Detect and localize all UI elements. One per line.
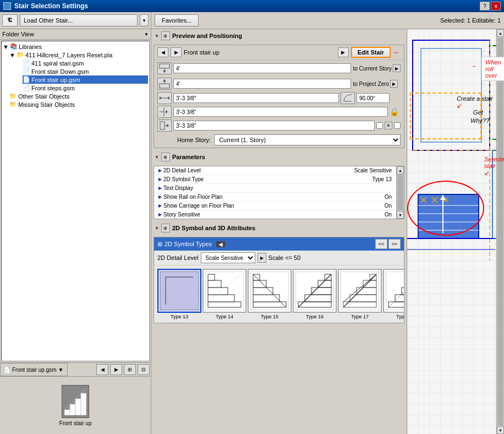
stair-type-14[interactable]: Type 14 [202,269,246,319]
symbol-prev-button[interactable]: << [375,239,387,249]
param-value-detail-level: Scale Sensitive [354,167,392,173]
selected-info: Selected: 1 Editable: 1 [440,17,501,24]
scroll-thumb[interactable] [397,175,403,210]
svg-rect-0 [64,410,70,415]
pos-icon-2 [157,78,172,90]
tree-item-missing-stair[interactable]: 📁 Missing Stair Objects [9,100,148,109]
scroll-up-btn[interactable]: ▲ [397,166,404,174]
tree-item-other-stair[interactable]: 📁 Other Stair Objects [9,92,148,100]
width-icon-2 [157,106,172,118]
front-up-label: Front stair up.gsm [31,77,80,83]
right-panel: Favorites... Selected: 1 Editable: 1 ▼ ⊞… [151,12,504,434]
width-icon-3 [157,120,172,132]
stair-prev-button[interactable]: ◀ [157,47,168,57]
detail-arrow-btn[interactable]: ▶ [258,253,266,263]
tree-item-411-folder[interactable]: ▼ 📁 411 Hillcrest_7 Layers Reset.pla [9,51,148,59]
params-scrollbar[interactable]: ▲ ▼ [396,166,404,219]
lock-icon[interactable]: 🔒 [390,107,401,116]
scroll-down-btn[interactable]: ▼ [397,211,404,219]
preview-tab[interactable]: 📄 Front stair up.gsm ▼ [0,363,68,376]
stair-type-16-img [293,269,337,313]
params-section-icon: ⊞ [161,153,170,161]
stair-type-18-label: Type 18 [396,314,404,319]
left-bottom-tabs: 📄 Front stair up.gsm ▼ ◀ ▶ ⊞ ⊟ [0,363,151,377]
load-other-stair-button[interactable]: Load Other Stair... [20,14,138,26]
preview-section-header[interactable]: ▼ ⊞ Preview and Positioning [151,29,407,42]
param-value-show-rail: On [385,194,392,200]
params-collapse-arrow: ▼ [155,155,159,160]
libraries-label: 📚 [10,43,18,50]
tab-arrow[interactable]: ▼ [58,367,64,373]
params-list: ▶ 2D Detail Level Scale Sensitive ▶ 2D S… [154,166,396,219]
canvas-scroll-up[interactable]: ▲ [497,29,504,37]
folder-label-411: 411 Hillcrest_7 Layers Reset.pla [25,52,112,58]
close-button[interactable]: ✕ [491,2,501,10]
preview-nav-btn-3[interactable]: ⊞ [124,364,136,375]
param-row-text-display: ▶ Text Display [154,184,396,193]
preview-positioning-panel: ◀ ▶ Front stair up ▶ Edit Stair ← [154,45,404,148]
parameters-section-header[interactable]: ▼ ⊞ Parameters [151,150,407,164]
svg-rect-30 [208,274,215,280]
param-value-symbol-type: Type 13 [372,176,392,182]
tree-item-front-up[interactable]: 📄 Front stair up.gsm [23,75,148,84]
svg-marker-10 [163,79,166,82]
settings-panel[interactable]: ▼ ⊞ Preview and Positioning ◀ ▶ Front st… [151,29,407,434]
symbol-section-panel: ⊞ 2D Symbol Types ◀ << >> 2D Detail Leve… [154,237,404,323]
to-current-story-input[interactable] [173,63,351,73]
load-arrow-button[interactable]: ▼ [140,14,149,26]
help-button[interactable]: ? [480,2,490,10]
stair-type-16[interactable]: Type 16 [293,269,337,319]
preview-nav-btn-1[interactable]: ◀ [96,364,108,375]
canvas-grid: When roll over → Create a stair ↙ [407,29,504,434]
preview-nav-btn-2[interactable]: ▶ [110,364,122,375]
angle-icon [341,92,355,104]
svg-rect-34 [253,295,280,302]
favorites-button[interactable]: Favorites... [155,14,199,26]
width-input-2[interactable] [173,107,388,117]
app-icon [3,2,11,10]
tree-item-front-down[interactable]: 📄 Front stair Down.gsm [23,67,148,75]
floor-plan-svg [407,29,504,434]
checkbox-icon-1[interactable]: ✕ [385,122,392,129]
symbol-types-indicator: ◀ [216,241,225,247]
canvas-scroll-thumb[interactable] [497,37,503,426]
tab-label: Front stair up.gsm [12,367,57,373]
checkbox-1[interactable] [376,122,383,129]
to-project-zero-input[interactable] [173,79,351,89]
svg-marker-7 [163,70,166,73]
tree-item-spiral[interactable]: 📄 411 spiral stari.gsm [23,59,148,67]
width-input-1[interactable] [173,93,339,103]
stair-play-button[interactable]: ▶ [338,47,349,57]
tree-panel[interactable]: ▼ 📚 Libraries ▼ 📁 411 Hillcrest_7 Layers… [1,41,150,361]
stair-type-15[interactable]: Type 15 [248,269,292,319]
param-row-show-carriage: ▶ Show Carriage on Floor Plan On [154,202,396,210]
to-current-arrow-icon[interactable]: ▶ [393,64,401,72]
canvas-scrollbar[interactable]: ▲ ▼ [496,29,504,434]
to-zero-arrow-icon[interactable]: ▶ [390,80,398,88]
folder-view-arrow[interactable]: ▼ [144,32,149,37]
folder-icon-411: 📁 [17,51,24,58]
expand-icon-411: ▼ [9,52,15,58]
libraries-root[interactable]: ▼ 📚 Libraries [3,42,148,51]
angle-input[interactable] [357,93,390,103]
stair-preview-icon [62,385,89,418]
stair-next-button[interactable]: ▶ [171,47,182,57]
symbol-section-header[interactable]: ▼ ⊞ 2D Symbol and 3D Attributes [151,221,407,235]
checkbox-2[interactable] [394,122,401,129]
symbol-next-button[interactable]: >> [388,239,401,249]
home-story-select[interactable]: Current (1. Story) 1. Story 2. Story [214,134,401,145]
preview-nav-btn-4[interactable]: ⊟ [138,364,150,375]
svg-rect-27 [208,295,234,302]
detail-level-select[interactable]: Scale Sensitive [201,252,255,263]
front-down-label: Front stair Down.gsm [31,68,89,75]
stair-type-13[interactable]: Type 13 [157,269,201,319]
stair-type-18[interactable]: Type 18 [383,269,404,319]
edit-stair-button[interactable]: Edit Stair [351,47,391,58]
canvas-scroll-down[interactable]: ▼ [497,426,504,434]
width-input-3[interactable] [173,121,375,131]
canvas-area[interactable]: When roll over → Create a stair ↙ [407,29,504,434]
stair-type-17[interactable]: Type 17 [338,269,382,319]
tree-item-front-steps[interactable]: 📄 Front steps.gsm [23,84,148,92]
param-name-story-sensitive: ▶ Story Sensitive [158,211,200,218]
stair-type-13-label: Type 13 [171,314,188,319]
